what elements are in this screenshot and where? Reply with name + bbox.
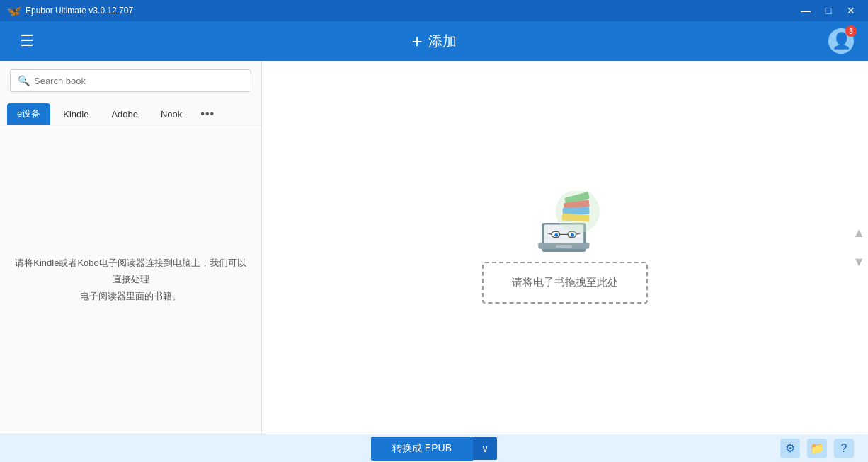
settings-icon-button[interactable]: ⚙ (780, 439, 800, 458)
tab-nook[interactable]: Nook (151, 105, 192, 124)
app-icon: 🦋 (7, 4, 21, 18)
drop-zone-label: 请将电子书拖拽至此处 (512, 276, 618, 288)
scroll-up-arrow[interactable]: ▲ (852, 226, 865, 241)
scroll-hint: ▲ ▼ (850, 219, 868, 277)
svg-point-7 (554, 233, 558, 237)
close-button[interactable]: ✕ (841, 4, 861, 18)
add-icon: + (411, 30, 422, 52)
convert-arrow-button[interactable]: ∨ (473, 437, 497, 460)
search-box[interactable]: 🔍 (10, 69, 251, 92)
svg-point-8 (571, 233, 574, 237)
right-panel: 请将电子书拖拽至此处 ▲ ▼ (262, 61, 868, 434)
main-area: 🔍 e设备 Kindle Adobe Nook ••• 请将Kindle或者Ko… (0, 61, 868, 434)
help-icon-button[interactable]: ? (834, 439, 854, 458)
svg-rect-17 (562, 214, 590, 222)
bottom-bar: 转换成 EPUB ∨ ⚙ 📁 ? (0, 434, 868, 462)
convert-button[interactable]: 转换成 EPUB (371, 437, 473, 461)
more-tabs-button[interactable]: ••• (195, 105, 220, 123)
add-label: 添加 (428, 32, 457, 51)
device-connect-message: 请将Kindle或者Kobo电子阅读器连接到电脑上，我们可以直接处理电子阅读器里… (14, 255, 247, 304)
title-bar: 🦋 Epubor Ultimate v3.0.12.707 — □ ✕ (0, 0, 868, 21)
svg-rect-4 (556, 245, 572, 248)
title-bar-title: Epubor Ultimate v3.0.12.707 (25, 6, 133, 16)
left-empty-area: 请将Kindle或者Kobo电子阅读器连接到电脑上，我们可以直接处理电子阅读器里… (0, 125, 261, 434)
user-profile-button[interactable]: 👤 3 (828, 28, 854, 54)
bottom-right-icons: ⚙ 📁 ? (780, 439, 854, 458)
tab-adobe[interactable]: Adobe (101, 105, 148, 124)
minimize-button[interactable]: — (796, 4, 816, 18)
add-button[interactable]: + 添加 (411, 30, 456, 52)
folder-icon-button[interactable]: 📁 (807, 439, 827, 458)
book-illustration (530, 191, 600, 255)
maximize-button[interactable]: □ (818, 4, 838, 18)
title-bar-controls: — □ ✕ (796, 4, 861, 18)
search-container: 🔍 (0, 61, 261, 100)
toolbar: ☰ + 添加 👤 3 (0, 21, 868, 61)
search-input[interactable] (34, 76, 244, 86)
tab-kindle[interactable]: Kindle (53, 105, 98, 124)
tabs-bar: e设备 Kindle Adobe Nook ••• (0, 100, 261, 125)
menu-icon-button[interactable]: ☰ (14, 26, 40, 56)
toolbar-left: ☰ (14, 26, 40, 56)
tab-edevice[interactable]: e设备 (7, 103, 50, 125)
drop-zone[interactable]: 请将电子书拖拽至此处 (482, 262, 648, 304)
search-icon: 🔍 (18, 75, 30, 86)
scroll-down-arrow[interactable]: ▼ (852, 255, 865, 270)
drop-zone-container: 请将电子书拖拽至此处 (482, 191, 648, 304)
title-bar-left: 🦋 Epubor Ultimate v3.0.12.707 (7, 4, 133, 18)
left-panel: 🔍 e设备 Kindle Adobe Nook ••• 请将Kindle或者Ko… (0, 61, 262, 434)
notification-badge: 3 (845, 25, 857, 37)
